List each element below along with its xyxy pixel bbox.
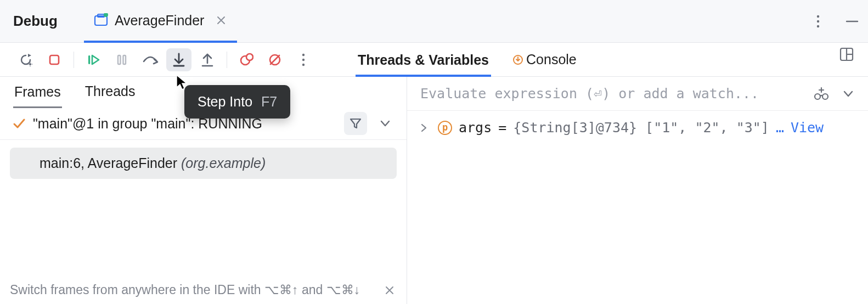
step-into-tooltip: Step Into F7: [184, 85, 290, 119]
layout-settings-icon[interactable]: [835, 43, 858, 66]
svg-point-5: [817, 25, 819, 27]
more-icon[interactable]: [809, 12, 827, 31]
stack-frame[interactable]: main:6, AverageFinder (org.example): [10, 148, 397, 179]
frame-location: main:6, AverageFinder: [40, 155, 181, 171]
chevron-right-icon[interactable]: [419, 123, 431, 132]
variables-tabs: Threads & Variables Console: [356, 43, 579, 76]
view-link[interactable]: View: [791, 120, 824, 136]
tab-threads[interactable]: Threads: [84, 78, 137, 108]
toolbar-separator: [227, 52, 227, 68]
tab-label: Threads: [85, 83, 136, 99]
toolbar-more-icon[interactable]: [291, 48, 316, 71]
minimize-icon[interactable]: [843, 12, 861, 31]
evaluate-placeholder: Evaluate expression (⏎) or add a watch..…: [420, 86, 759, 102]
ellipsis: …: [776, 120, 784, 136]
svg-point-21: [302, 58, 305, 60]
debug-header: Debug AverageFinder: [0, 0, 868, 43]
svg-point-3: [817, 15, 819, 17]
chevron-down-icon[interactable]: [838, 84, 858, 104]
frame-package: (org.example): [181, 155, 266, 171]
svg-point-22: [302, 63, 305, 65]
svg-rect-9: [88, 55, 90, 64]
step-over-button[interactable]: [138, 48, 163, 71]
svg-point-4: [817, 20, 819, 22]
svg-rect-10: [118, 55, 121, 64]
svg-point-17: [246, 54, 253, 60]
pause-button[interactable]: [109, 48, 134, 71]
rerun-button[interactable]: [13, 48, 38, 71]
tab-label: Console: [526, 52, 577, 67]
tab-frames[interactable]: Frames: [13, 78, 62, 108]
tip-text: Switch frames from anywhere in the IDE w…: [10, 283, 360, 297]
svg-point-20: [302, 53, 305, 55]
svg-point-7: [29, 63, 31, 65]
debug-title: Debug: [13, 13, 58, 30]
tab-label: Threads & Variables: [358, 52, 489, 68]
toolbar-row: Threads & Variables Console: [0, 43, 868, 77]
variable-row[interactable]: p args = {String[3]@734} ["1", "2", "3"]…: [407, 111, 868, 144]
check-icon: [12, 116, 26, 131]
step-out-button[interactable]: [195, 48, 220, 71]
svg-rect-8: [50, 55, 59, 64]
tab-label: Frames: [14, 84, 61, 99]
stop-button[interactable]: [42, 48, 67, 71]
close-icon[interactable]: [215, 14, 227, 26]
svg-rect-11: [123, 55, 126, 64]
add-watch-icon[interactable]: [811, 84, 831, 104]
variables-pane: Evaluate expression (⏎) or add a watch..…: [407, 77, 868, 304]
mute-breakpoints-button[interactable]: [262, 48, 288, 71]
run-config-icon: [94, 13, 108, 27]
toolbar-separator: [74, 52, 74, 68]
debug-toolbar: [0, 43, 323, 76]
tooltip-shortcut: F7: [261, 94, 277, 110]
tab-threads-variables[interactable]: Threads & Variables: [356, 44, 491, 77]
svg-point-28: [822, 94, 828, 99]
tab-console[interactable]: Console: [511, 44, 579, 76]
filter-icon[interactable]: [344, 112, 367, 135]
variable-value: {String[3]@734} ["1", "2", "3"]: [513, 120, 769, 136]
evaluate-expression-input[interactable]: Evaluate expression (⏎) or add a watch..…: [407, 77, 868, 111]
resume-button[interactable]: [81, 48, 106, 71]
variable-name: args: [459, 120, 492, 136]
tip-bar: Switch frames from anywhere in the IDE w…: [0, 276, 407, 304]
console-badge-icon: [513, 55, 523, 65]
chevron-down-icon[interactable]: [374, 112, 397, 135]
close-icon[interactable]: [382, 283, 397, 297]
tooltip-label: Step Into: [198, 94, 252, 110]
step-into-button[interactable]: [166, 48, 191, 71]
view-breakpoints-button[interactable]: [234, 48, 259, 71]
run-config-tab[interactable]: AverageFinder: [84, 1, 238, 43]
svg-point-27: [815, 94, 820, 99]
run-config-label: AverageFinder: [115, 13, 205, 29]
parameter-icon: p: [438, 121, 452, 135]
equals: =: [498, 120, 506, 136]
